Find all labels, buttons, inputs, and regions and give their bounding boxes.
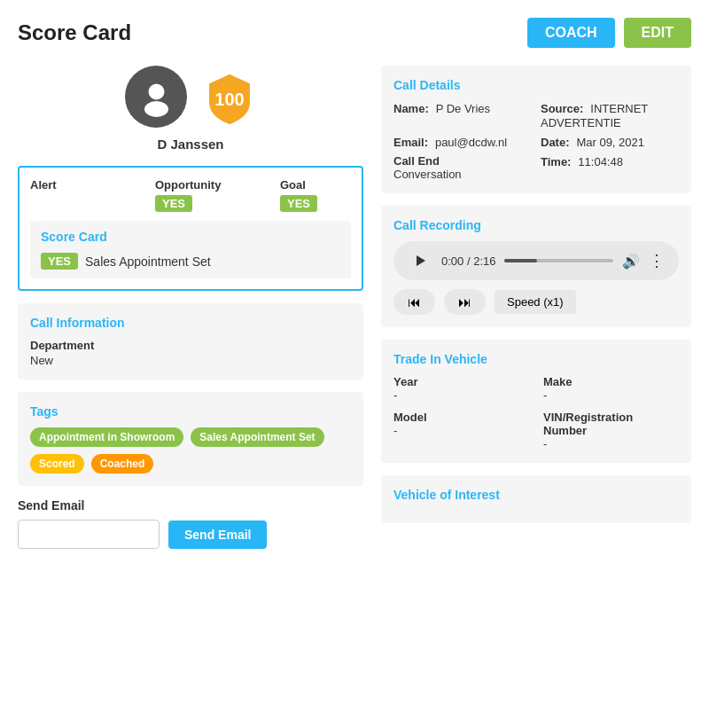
year-value: - [393, 388, 529, 402]
model-field: Model - [393, 411, 529, 450]
score-item-badge: YES [41, 253, 78, 270]
send-email-button[interactable]: Send Email [168, 521, 267, 549]
year-field: Year - [393, 375, 529, 402]
score-card-inner: Score Card YES Sales Appointment Set [30, 221, 351, 278]
tag-scored: Scored [30, 454, 84, 474]
agent-name: D Janssen [18, 137, 363, 152]
speed-button[interactable]: Speed (x1) [495, 290, 576, 314]
svg-point-1 [144, 101, 168, 117]
goal-col: Goal YES [280, 178, 351, 212]
rewind-button[interactable]: ⏮ [393, 289, 435, 315]
alert-label: Alert [30, 178, 155, 192]
trade-in-vehicle-section: Trade In Vehicle Year - Make - Model - [381, 340, 691, 463]
email-label: Email: [393, 136, 428, 149]
score-item-1: YES Sales Appointment Set [41, 253, 340, 270]
call-details-title: Call Details [393, 78, 679, 92]
make-field: Make - [543, 375, 679, 402]
email-input[interactable] [18, 520, 160, 549]
goal-badge: YES [280, 195, 317, 212]
main-layout: 100 D Janssen Alert Opportunity YES Go [18, 66, 691, 549]
vin-field: VIN/Registration Number - [543, 411, 679, 450]
name-value: P De Vries [436, 102, 490, 115]
alert-col: Alert [30, 178, 155, 195]
header-buttons: COACH EDIT [527, 18, 691, 48]
edit-button[interactable]: EDIT [624, 18, 691, 48]
vehicle-of-interest-title: Vehicle of Interest [393, 488, 679, 502]
tag-sales: Sales Appointment Set [191, 427, 323, 447]
trade-in-title: Trade In Vehicle [393, 352, 679, 366]
model-label: Model [393, 411, 529, 424]
score-value: 100 [214, 90, 244, 110]
department-label: Department [30, 339, 351, 352]
year-label: Year [393, 375, 529, 388]
right-column: Call Details Name: P De Vries Source: IN… [381, 66, 691, 549]
score-card-inner-title: Score Card [41, 230, 340, 244]
recording-controls: ⏮ ⏭ Speed (x1) [393, 289, 679, 315]
more-options-icon[interactable]: ⋮ [649, 251, 665, 270]
email-value: paul@dcdw.nl [435, 136, 507, 149]
profile-section: 100 D Janssen [18, 66, 363, 152]
time-display: 0:00 / 2:16 [441, 254, 495, 268]
source-field: Source: INTERNET ADVERTENTIE [541, 101, 679, 129]
goal-label: Goal [280, 178, 351, 192]
send-email-section: Send Email Send Email [18, 498, 363, 549]
tags-section: Tags Appointment in Showroom Sales Appoi… [18, 392, 363, 486]
opportunity-col: Opportunity YES [155, 178, 280, 212]
name-field: Name: P De Vries [393, 101, 532, 129]
opportunity-badge: YES [155, 195, 192, 212]
send-email-row: Send Email [18, 520, 363, 549]
svg-marker-2 [417, 255, 425, 266]
call-details-section: Call Details Name: P De Vries Source: IN… [381, 66, 691, 193]
tag-coached: Coached [91, 454, 154, 474]
alert-row: Alert Opportunity YES Goal YES [30, 178, 351, 212]
date-field: Date: Mar 09, 2021 [541, 135, 679, 149]
time-value: 11:04:48 [578, 155, 623, 168]
fast-forward-button[interactable]: ⏭ [444, 289, 486, 315]
call-recording-title: Call Recording [393, 218, 679, 232]
department-value: New [30, 354, 351, 367]
score-item-label: Sales Appointment Set [85, 254, 211, 269]
date-value: Mar 09, 2021 [576, 136, 644, 149]
left-column: 100 D Janssen Alert Opportunity YES Go [18, 66, 363, 549]
tags-row: Appointment in Showroom Sales Appointmen… [30, 427, 351, 474]
vehicle-grid: Year - Make - Model - VIN/Registration N… [393, 375, 679, 450]
date-label: Date: [541, 136, 570, 149]
make-value: - [543, 388, 679, 402]
call-information-section: Call Information Department New [18, 303, 363, 380]
send-email-label: Send Email [18, 498, 363, 513]
page-title: Score Card [18, 20, 131, 45]
model-value: - [393, 424, 529, 437]
make-label: Make [543, 375, 679, 388]
svg-point-0 [148, 83, 164, 99]
profile-row: 100 [18, 66, 363, 133]
alert-box: Alert Opportunity YES Goal YES Score Car… [18, 166, 363, 291]
page-header: Score Card COACH EDIT [18, 18, 691, 48]
call-information-title: Call Information [30, 316, 351, 330]
recording-player: 0:00 / 2:16 🔊 ⋮ [393, 241, 679, 280]
vin-value: - [543, 437, 679, 450]
tags-title: Tags [30, 404, 351, 419]
call-end-value: Conversation [393, 168, 532, 181]
vin-label: VIN/Registration Number [543, 411, 679, 437]
call-end-field: Call End Conversation [393, 154, 532, 181]
call-end-label: Call End [393, 154, 532, 168]
play-button[interactable] [408, 248, 432, 273]
source-label: Source: [541, 102, 583, 115]
score-badge: 100 [203, 73, 256, 126]
avatar [125, 66, 187, 128]
email-field: Email: paul@dcdw.nl [393, 135, 532, 149]
time-label: Time: [541, 155, 571, 168]
volume-icon[interactable]: 🔊 [622, 253, 640, 270]
opportunity-label: Opportunity [155, 178, 280, 192]
name-label: Name: [393, 102, 429, 115]
progress-bar[interactable] [504, 259, 613, 262]
call-recording-section: Call Recording 0:00 / 2:16 🔊 ⋮ [381, 206, 691, 327]
tag-appointment: Appointment in Showroom [30, 427, 183, 447]
progress-fill [504, 259, 537, 262]
vehicle-of-interest-section: Vehicle of Interest [381, 475, 691, 523]
time-field: Time: 11:04:48 [541, 154, 679, 181]
coach-button[interactable]: COACH [527, 18, 615, 48]
